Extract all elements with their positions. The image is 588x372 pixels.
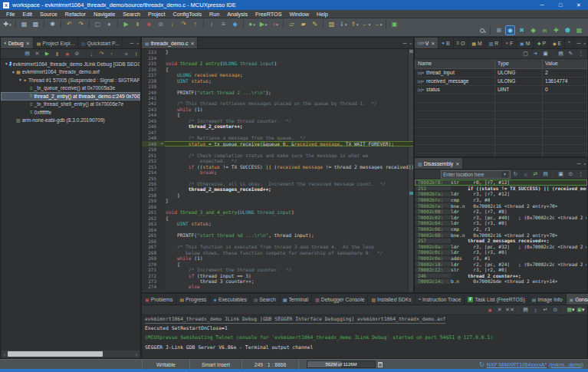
line-number[interactable]: 237 bbox=[142, 72, 159, 77]
step-over-button[interactable]: ↷ bbox=[179, 19, 189, 29]
step-return-button[interactable]: ↑ bbox=[190, 19, 200, 29]
line-number[interactable]: 247 bbox=[142, 130, 159, 135]
menu-edit[interactable]: Edit bbox=[19, 11, 36, 18]
line-number[interactable]: 253 bbox=[142, 163, 159, 169]
tab-task-list-freertos[interactable]: FTask List (FreeRTOS) bbox=[465, 294, 528, 305]
maximize-panel-icon[interactable]: ▫ bbox=[584, 41, 586, 46]
tab-expressions[interactable]: ◆E bbox=[550, 38, 565, 48]
drop-to-frame-button[interactable]: ≡ bbox=[122, 50, 130, 58]
line-number[interactable]: 236 bbox=[142, 66, 159, 71]
line-number[interactable]: 274 bbox=[142, 284, 159, 289]
display-selected-console-button[interactable]: ▦▾ bbox=[567, 306, 575, 314]
scrollbar-thumb[interactable] bbox=[8, 351, 103, 357]
expand-arrow-icon[interactable]: ▾ bbox=[4, 61, 9, 66]
line-number[interactable]: 258 bbox=[142, 193, 159, 198]
menu-project[interactable]: Project bbox=[144, 11, 169, 18]
console-output[interactable]: evkmimxrt1064_threadx_demo JLink Debug [… bbox=[142, 315, 587, 357]
debug-perspective-button[interactable]: ◉ bbox=[505, 25, 515, 35]
terminate-button[interactable]: ■ bbox=[63, 50, 71, 58]
edit-variable-button[interactable]: ✎ bbox=[567, 50, 575, 58]
line-number[interactable]: 265 bbox=[142, 232, 159, 238]
back-button[interactable]: ←▾ bbox=[361, 19, 371, 29]
variable-row[interactable]: (x)= statusUINT0 bbox=[416, 85, 587, 94]
line-number[interactable]: 249 bbox=[142, 141, 159, 146]
toggle-mark-occurrences-button[interactable]: ● bbox=[104, 19, 114, 29]
pin-button[interactable]: ⊙ bbox=[567, 170, 575, 179]
breakpoint-types-button[interactable]: ◆ bbox=[230, 19, 240, 29]
menu-help[interactable]: Help bbox=[313, 11, 332, 18]
menu-configtools[interactable]: ConfigTools bbox=[169, 11, 205, 18]
link-with-active-debug-context-button[interactable]: ⇄ bbox=[531, 170, 540, 179]
tab-terminal[interactable]: ▦Terminal bbox=[280, 294, 312, 305]
menu-navigate[interactable]: Navigate bbox=[90, 11, 119, 18]
tab-breakpoints[interactable]: ●B bbox=[439, 38, 453, 48]
line-number[interactable]: 239 bbox=[142, 84, 159, 89]
show-type-names-button[interactable]: ▢ bbox=[521, 50, 530, 58]
scroll-lock-button[interactable]: ↕ bbox=[531, 306, 540, 314]
tab-search[interactable]: ◎Search bbox=[251, 294, 280, 305]
debug-as-button[interactable]: ●▾ bbox=[247, 19, 257, 29]
tab-debug[interactable]: ●Debug✕ bbox=[1, 38, 34, 48]
instruction-stepping-button[interactable]: i bbox=[207, 19, 217, 29]
tab-close-icon[interactable]: ✕ bbox=[190, 41, 194, 46]
tab-close-icon[interactable]: ✕ bbox=[431, 41, 435, 46]
line-number[interactable]: 259 bbox=[142, 198, 159, 203]
save-button[interactable]: ▦ bbox=[19, 19, 29, 29]
forward-button[interactable]: →▾ bbox=[373, 19, 383, 29]
remove-all-terminated-button[interactable]: ✕ bbox=[33, 50, 41, 58]
line-number[interactable]: 255 bbox=[142, 175, 159, 180]
grid-perspective-button[interactable]: ▦ bbox=[574, 25, 584, 35]
tab-modules[interactable]: ▣M bbox=[517, 38, 534, 48]
maximize-button[interactable]: □ bbox=[551, 0, 570, 10]
gui-flash-tool-button[interactable]: ⇓▾ bbox=[338, 19, 348, 29]
instruction-stepping-mode-button[interactable]: i bbox=[132, 50, 140, 58]
line-number[interactable]: 243 bbox=[142, 107, 159, 112]
tab-project-expl-[interactable]: ▤Project Expl... bbox=[34, 38, 79, 48]
tab-more[interactable]: ” bbox=[565, 38, 573, 48]
minimize-panel-icon[interactable]: ─ bbox=[577, 297, 581, 302]
step-into-button[interactable]: ↓ bbox=[167, 19, 177, 29]
variable-row[interactable]: (x)= thread_inputULONG2 bbox=[416, 68, 587, 77]
line-number[interactable]: 261 bbox=[142, 209, 159, 215]
build-button[interactable]: ✱ bbox=[48, 19, 57, 29]
line-number[interactable]: 270 bbox=[142, 261, 159, 266]
add-perspective-button[interactable]: ✚ bbox=[551, 25, 561, 35]
scroll-right-arrow[interactable]: › bbox=[133, 352, 140, 357]
tab-progress[interactable]: ▤Progress bbox=[176, 294, 210, 305]
line-number[interactable]: 233 bbox=[142, 49, 159, 54]
sync-target-icon[interactable]: ↻ bbox=[479, 361, 485, 368]
connect-button[interactable]: ▤ bbox=[23, 50, 31, 58]
line-number[interactable]: 242 bbox=[142, 100, 159, 106]
library-perspective-button[interactable]: ʍ bbox=[540, 25, 550, 35]
suspend-button[interactable]: ‖ bbox=[133, 19, 143, 29]
show-disassembly-button[interactable]: ≡ bbox=[218, 19, 228, 29]
tab-outline[interactable]: ≡O bbox=[454, 38, 469, 48]
step-return-button[interactable]: ↑ bbox=[107, 50, 116, 58]
maximize-panel-icon[interactable]: ▫ bbox=[410, 41, 412, 46]
debug-tree-row[interactable]: ≡0xfffffffe bbox=[1, 108, 140, 117]
line-number[interactable]: 250 bbox=[142, 146, 159, 152]
debug-tree-row[interactable]: ▾▦evkmimxrt1064_threadx_demo.axf bbox=[1, 68, 140, 77]
menu-freertos[interactable]: FreeRTOS bbox=[251, 11, 285, 18]
line-number[interactable]: 251 bbox=[142, 152, 159, 157]
line-number[interactable]: 271 bbox=[142, 267, 159, 272]
word-wrap-button[interactable]: ↵ bbox=[541, 306, 550, 314]
show-source-button[interactable]: ▤ bbox=[541, 170, 550, 179]
line-number[interactable]: 248 bbox=[142, 135, 159, 140]
line-number[interactable]: 240 bbox=[142, 89, 159, 94]
develop-perspective-button[interactable]: ✖ bbox=[517, 25, 527, 35]
edit-pencil-button[interactable]: ✎ bbox=[310, 19, 320, 29]
line-number[interactable]: 238 bbox=[142, 77, 159, 83]
tab-close-icon[interactable]: ✕ bbox=[455, 161, 459, 166]
debug-tree-row[interactable]: ▾Jevkmimxrt1064_threadx_demo JLink Debug… bbox=[1, 60, 140, 68]
menu-refactor[interactable]: Refactor bbox=[61, 11, 90, 18]
home-pc-button[interactable]: ⌂ bbox=[521, 170, 530, 179]
line-number[interactable]: 266 bbox=[142, 238, 159, 243]
tab-memory[interactable]: ▦M bbox=[468, 38, 485, 48]
minimize-panel-icon[interactable]: ─ bbox=[577, 41, 581, 46]
tab-image-info[interactable]: ▤Image Info bbox=[529, 294, 567, 305]
scroll-left-arrow[interactable]: ‹ bbox=[2, 352, 8, 357]
menu-analysis[interactable]: Analysis bbox=[223, 11, 251, 18]
line-number[interactable]: 263 bbox=[142, 221, 159, 226]
menu-search[interactable]: Search bbox=[119, 11, 144, 18]
